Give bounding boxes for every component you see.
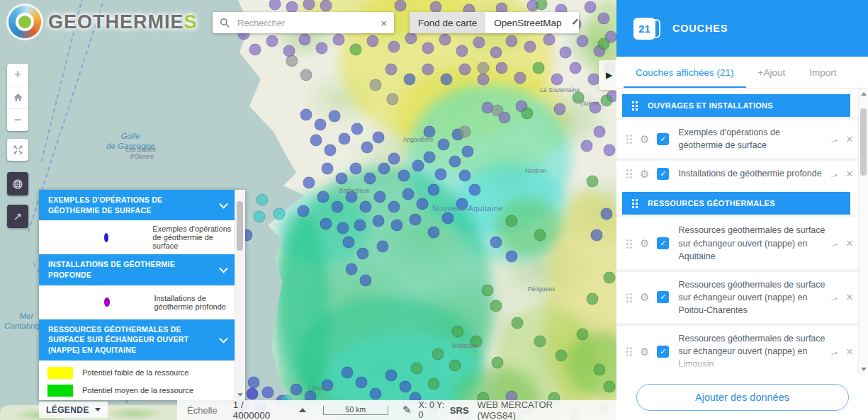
map-marker[interactable] (370, 388, 382, 400)
map-marker[interactable] (291, 384, 303, 396)
map-marker[interactable] (490, 47, 502, 59)
map-marker[interactable] (274, 208, 286, 220)
map-marker[interactable] (316, 42, 328, 55)
map-marker[interactable] (300, 109, 312, 121)
map-marker[interactable] (439, 34, 451, 46)
map-marker[interactable] (422, 42, 434, 55)
map-marker[interactable] (533, 62, 545, 74)
map-marker[interactable] (354, 220, 366, 232)
map-marker[interactable] (367, 35, 379, 47)
map-marker[interactable] (303, 177, 315, 189)
home-button[interactable] (7, 86, 28, 108)
gear-icon[interactable]: ⚙ (640, 346, 649, 357)
map-marker[interactable] (286, 55, 298, 67)
map-marker[interactable] (342, 367, 354, 379)
map-marker[interactable] (604, 381, 616, 393)
scroll-down-icon[interactable] (861, 368, 867, 371)
map-marker[interactable] (473, 37, 485, 49)
map-marker[interactable] (339, 133, 351, 145)
legend-section-header[interactable]: RESSOURCES GÉOTHERMALES DE SURFACE SUR É… (39, 319, 235, 361)
map-marker[interactable] (456, 45, 468, 57)
map-marker[interactable] (478, 74, 490, 86)
map-marker[interactable] (496, 62, 508, 74)
map-marker[interactable] (410, 214, 422, 226)
zoom-to-layer-icon[interactable]: → (827, 344, 841, 359)
map-marker[interactable] (417, 198, 429, 210)
drag-handle-icon[interactable] (626, 293, 633, 302)
map-marker[interactable] (490, 300, 502, 312)
map-marker[interactable] (438, 139, 450, 151)
map-marker[interactable] (601, 95, 613, 107)
map-marker[interactable] (320, 0, 332, 12)
map-marker[interactable] (411, 363, 423, 375)
map-marker[interactable] (332, 201, 344, 213)
map-marker[interactable] (317, 191, 329, 203)
map-marker[interactable] (350, 163, 362, 175)
remove-layer-icon[interactable]: × (846, 168, 853, 180)
map-marker[interactable] (385, 370, 398, 382)
map-marker[interactable] (469, 184, 481, 196)
map-marker[interactable] (350, 44, 362, 56)
map-marker[interactable] (378, 163, 390, 175)
search-clear-icon[interactable]: × (381, 17, 387, 29)
map-marker[interactable] (266, 35, 278, 47)
map-marker[interactable] (581, 140, 593, 152)
map-marker[interactable] (336, 173, 348, 185)
map-marker[interactable] (395, 0, 407, 12)
legend-scrollbar-thumb[interactable] (237, 201, 243, 251)
map-marker[interactable] (492, 357, 504, 369)
zoom-out-button[interactable]: − (7, 108, 28, 131)
legend-toggle-button[interactable]: LÉGENDE (39, 402, 108, 418)
search-bar[interactable]: × (213, 12, 394, 33)
map-marker[interactable] (424, 152, 436, 164)
map-marker[interactable] (459, 126, 471, 138)
map-marker[interactable] (594, 126, 606, 138)
map-marker[interactable] (478, 62, 490, 74)
map-marker[interactable] (452, 326, 464, 338)
legend-scrollbar[interactable] (235, 190, 245, 400)
map-marker[interactable] (346, 263, 358, 276)
map-marker[interactable] (404, 74, 416, 86)
map-marker[interactable] (373, 215, 385, 227)
map-marker[interactable] (577, 329, 589, 341)
map-marker[interactable] (435, 169, 447, 181)
scale-value[interactable]: 1 / 4000000 (233, 399, 281, 420)
map-marker[interactable] (343, 237, 355, 249)
map-marker[interactable] (587, 176, 599, 188)
map-marker[interactable] (320, 218, 332, 230)
map-marker[interactable] (298, 205, 310, 217)
map-marker[interactable] (388, 41, 400, 53)
map-marker[interactable] (514, 72, 526, 84)
zoom-in-button[interactable]: + (7, 64, 28, 86)
drag-handle-icon[interactable] (626, 346, 633, 356)
map-marker[interactable] (482, 285, 494, 297)
tab-import[interactable]: Import (797, 57, 848, 88)
search-input[interactable] (236, 17, 381, 29)
map-marker[interactable] (333, 34, 345, 46)
map-marker[interactable] (430, 1, 442, 13)
map-marker[interactable] (512, 317, 524, 329)
map-marker[interactable] (364, 173, 376, 185)
map-marker[interactable] (387, 93, 399, 106)
map-marker[interactable] (388, 153, 400, 165)
sidebar-scrollbar-thumb[interactable] (860, 108, 867, 176)
map-marker[interactable] (400, 381, 412, 393)
zoom-to-layer-icon[interactable]: → (827, 132, 841, 147)
map-marker[interactable] (248, 377, 260, 389)
fullscreen-button[interactable] (7, 139, 28, 161)
add-data-button[interactable]: Ajouter des données (636, 384, 849, 411)
map-marker[interactable] (428, 378, 440, 390)
map-marker[interactable] (449, 156, 461, 168)
remove-layer-icon[interactable]: × (846, 291, 853, 303)
map-marker[interactable] (588, 74, 600, 86)
legend-section-header[interactable]: INSTALLATIONS DE GÉOTHERMIE PROFONDE (39, 254, 235, 285)
map-marker[interactable] (442, 212, 454, 225)
layer-checkbox[interactable]: ✓ (657, 237, 669, 249)
map-marker[interactable] (462, 146, 474, 158)
map-marker[interactable] (591, 229, 603, 242)
map-marker[interactable] (356, 377, 368, 389)
remove-layer-icon[interactable]: × (846, 133, 853, 145)
layer-checkbox[interactable]: ✓ (657, 168, 669, 180)
map-marker[interactable] (249, 44, 261, 56)
map-marker[interactable] (377, 241, 389, 253)
